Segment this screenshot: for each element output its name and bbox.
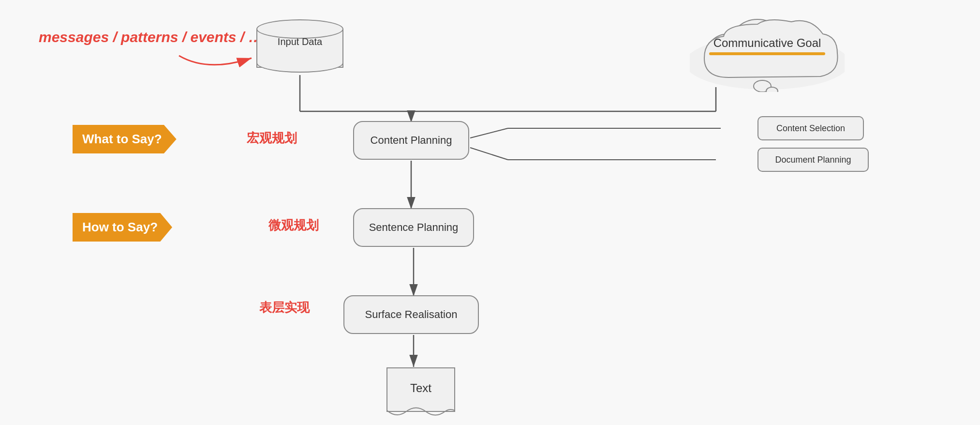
svg-line-10 [470,128,508,138]
macro-planning-label: 宏观规划 [247,130,297,147]
content-selection-box: Content Selection [757,116,864,140]
svg-point-21 [766,87,778,92]
svg-text:Text: Text [410,381,431,395]
what-to-say-button: What to Say? [73,125,177,153]
svg-line-12 [470,148,508,160]
input-data-label: Input Data [256,36,343,47]
comm-goal-cloud: Communicative Goal [690,15,845,87]
content-planning-box: Content Planning [353,121,469,160]
surface-realisation-box: Surface Realisation [343,295,479,334]
surface-realisation-chinese-label: 表层实现 [259,299,310,316]
how-to-say-button: How to Say? [73,213,172,242]
diagram-container: messages / patterns / events / … Input D… [0,0,980,425]
document-planning-box: Document Planning [757,148,869,172]
text-box-wrapper: Text [385,365,457,425]
surface-realisation-label: Surface Realisation [365,308,458,321]
text-box-svg: Text [385,365,457,424]
content-planning-label: Content Planning [371,134,452,147]
sentence-planning-box: Sentence Planning [353,208,474,247]
messages-label: messages / patterns / events / … [39,29,263,46]
content-selection-label: Content Selection [776,123,845,134]
comm-goal-underline [709,52,825,55]
sentence-planning-label: Sentence Planning [369,221,459,234]
document-planning-label: Document Planning [775,155,851,165]
micro-planning-label: 微观规划 [268,217,319,234]
input-data-cylinder: Input Data [256,19,343,73]
comm-goal-label: Communicative Goal [690,36,845,50]
